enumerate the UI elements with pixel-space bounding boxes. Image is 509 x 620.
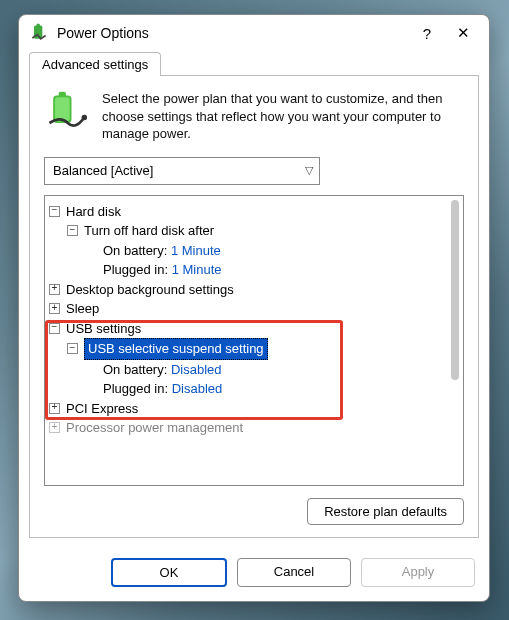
tree-node-desktop-bg[interactable]: + Desktop background settings [49, 280, 459, 300]
power-plan-selected: Balanced [Active] [53, 163, 153, 178]
tab-advanced-settings[interactable]: Advanced settings [29, 52, 161, 76]
chevron-down-icon: ▽ [305, 164, 313, 177]
collapse-icon[interactable]: − [67, 225, 78, 236]
svg-rect-3 [59, 92, 66, 98]
value-link[interactable]: 1 Minute [171, 243, 221, 258]
title-bar: Power Options ? ✕ [19, 15, 489, 51]
svg-point-5 [82, 115, 88, 121]
tree-node-turn-off-hard-disk[interactable]: − Turn off hard disk after [49, 221, 459, 241]
tree-leaf-usb-battery[interactable]: On battery: Disabled [49, 360, 459, 380]
ok-button[interactable]: OK [111, 558, 227, 587]
tree-leaf-hd-plugged[interactable]: Plugged in: 1 Minute [49, 260, 459, 280]
intro-text: Select the power plan that you want to c… [102, 90, 464, 143]
help-button[interactable]: ? [409, 15, 445, 51]
tree-scrollbar[interactable] [449, 198, 461, 483]
close-button[interactable]: ✕ [445, 15, 481, 51]
collapse-icon[interactable]: − [49, 323, 60, 334]
tree-node-usb-settings[interactable]: − USB settings [49, 319, 459, 339]
expand-icon[interactable]: + [49, 303, 60, 314]
apply-button[interactable]: Apply [361, 558, 475, 587]
cancel-button[interactable]: Cancel [237, 558, 351, 587]
svg-rect-4 [55, 97, 70, 121]
value-link[interactable]: Disabled [172, 381, 223, 396]
power-options-dialog: Power Options ? ✕ Advanced settings Sele… [18, 14, 490, 602]
collapse-icon[interactable]: − [49, 206, 60, 217]
value-link[interactable]: Disabled [171, 362, 222, 377]
expand-icon[interactable]: + [49, 284, 60, 295]
tree-node-hard-disk[interactable]: − Hard disk [49, 202, 459, 222]
tab-page: Select the power plan that you want to c… [29, 75, 479, 538]
tree-node-pci-express[interactable]: + PCI Express [49, 399, 459, 419]
tree-selected-label: USB selective suspend setting [84, 338, 268, 360]
tree-leaf-hd-battery[interactable]: On battery: 1 Minute [49, 241, 459, 261]
value-link[interactable]: 1 Minute [172, 262, 222, 277]
battery-plug-large-icon [44, 90, 88, 134]
tree-node-usb-selective-suspend[interactable]: − USB selective suspend setting [49, 338, 459, 360]
expand-icon[interactable]: + [49, 403, 60, 414]
tree-node-processor-power[interactable]: + Processor power management [49, 418, 459, 438]
svg-rect-1 [37, 24, 40, 27]
window-title: Power Options [57, 25, 409, 41]
collapse-icon[interactable]: − [67, 343, 78, 354]
tree-leaf-usb-plugged[interactable]: Plugged in: Disabled [49, 379, 459, 399]
settings-tree: − Hard disk − Turn off hard disk after O… [44, 195, 464, 486]
expand-icon[interactable]: + [49, 422, 60, 433]
tab-strip: Advanced settings [19, 51, 489, 75]
tree-node-sleep[interactable]: + Sleep [49, 299, 459, 319]
scrollbar-thumb[interactable] [451, 200, 459, 380]
power-plan-dropdown[interactable]: Balanced [Active] ▽ [44, 157, 320, 185]
battery-plug-icon [29, 23, 49, 43]
restore-defaults-button[interactable]: Restore plan defaults [307, 498, 464, 525]
intro-row: Select the power plan that you want to c… [44, 90, 464, 143]
dialog-button-row: OK Cancel Apply [19, 548, 489, 601]
